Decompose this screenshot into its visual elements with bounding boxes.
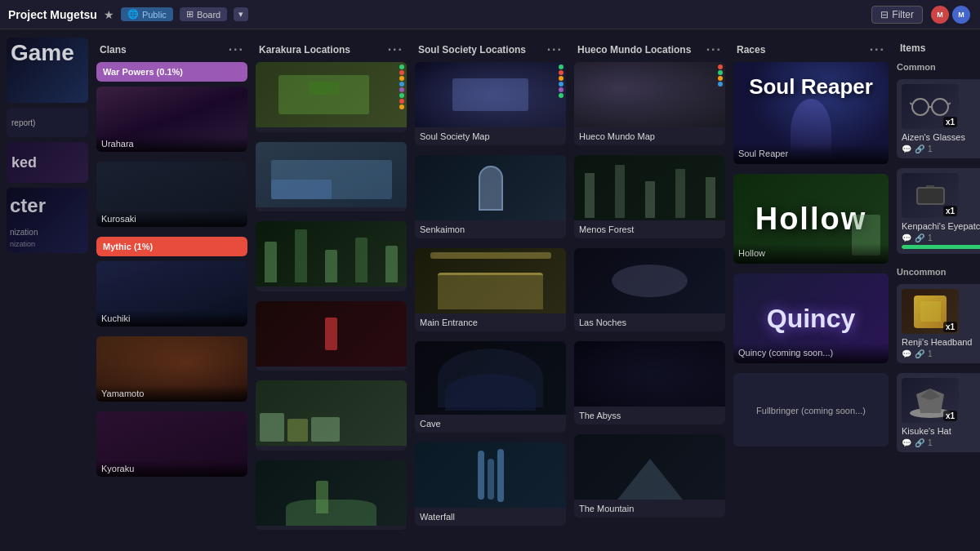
karakura-neighbourhood-card[interactable]: Karakura Neighbourhood	[256, 380, 407, 451]
the-abyss-card[interactable]: The Abyss	[574, 341, 725, 424]
aizens-glasses-meta: 💬 🔗 1	[902, 144, 980, 153]
karakura-neighbourhood-label: Karakura Neighbourhood	[256, 446, 407, 451]
soul-society-map-label: Soul Society Map	[415, 127, 566, 145]
kisukes-hat-name: Kisuke's Hat	[902, 426, 980, 436]
races-column: Races ··· Soul Reaper Soul Reaper Hol	[733, 38, 889, 543]
karakura-cards: Karakura Map Urahara Shop	[256, 62, 407, 543]
clans-menu[interactable]: ···	[229, 42, 244, 57]
board-badge[interactable]: ⊞ Board	[180, 7, 227, 21]
customization-label: nization	[10, 240, 35, 248]
topnav: Project Mugetsu ★ 🌐 Public ⊞ Board ▾ ⊟ F…	[0, 0, 980, 29]
kenpachis-eyepatch-card[interactable]: x1 Kenpachi's Eyepatch 💬 🔗 1	[897, 168, 980, 254]
hueco-mundo-menu[interactable]: ···	[706, 42, 722, 57]
glasses-icon	[910, 95, 951, 119]
hollow-forest-label: Hollow Forest	[256, 287, 407, 291]
board-area: Game report) ked cter nization nization …	[0, 29, 980, 551]
kisukes-hat-meta: 💬 🔗 1	[902, 438, 980, 447]
side-item-ranked[interactable]: ked	[7, 142, 88, 183]
hollow-forest-card[interactable]: Hollow Forest	[256, 221, 407, 291]
hat-count: x1	[943, 411, 957, 421]
karakura-column: Karakura Locations ···	[256, 38, 407, 543]
avatar-group: M M	[929, 4, 972, 25]
quincy-card[interactable]: Quincy Quincy (coming soon...)	[733, 273, 889, 363]
the-mountain-card[interactable]: The Mountain	[574, 434, 725, 518]
races-menu[interactable]: ···	[870, 42, 885, 57]
side-item-character[interactable]: cter nization nization	[7, 188, 88, 253]
svg-point-1	[932, 99, 948, 115]
svg-line-3	[910, 103, 912, 104]
public-badge[interactable]: 🌐 Public	[121, 7, 173, 21]
karakura-map-label: Karakura Map	[256, 127, 407, 132]
items-cards: Common x1	[897, 59, 980, 465]
las-noches-label: Las Noches	[574, 313, 725, 331]
races-header: Races ···	[733, 38, 889, 62]
main-entrance-label: Main Entrance	[415, 313, 566, 331]
cave-label: Cave	[415, 415, 566, 433]
senkaimon-label: Senkaimon	[415, 220, 566, 238]
aizens-glasses-card[interactable]: x1 Aizen's Glasses 💬 🔗 1	[897, 79, 980, 158]
fullbringer-card[interactable]: Fullbringer (coming soon...)	[733, 373, 889, 447]
hueco-mundo-map-card[interactable]: Hueco Mundo Map	[574, 62, 725, 145]
kyoraku-card[interactable]: Kyoraku	[96, 411, 247, 477]
kenpachis-eyepatch-meta: 💬 🔗 1	[902, 233, 980, 242]
filter-button[interactable]: ⊟ Filter	[871, 6, 923, 24]
urahara-name: Urahara	[96, 136, 247, 152]
glasses-count: x1	[943, 117, 957, 127]
karakura-menu[interactable]: ···	[388, 42, 403, 57]
waterfall-card[interactable]: Waterfall	[415, 442, 566, 526]
urahara-shop-card[interactable]: Urahara Shop	[256, 142, 407, 212]
uncommon-section-header: Uncommon	[897, 264, 980, 279]
kenpachis-eyepatch-name: Kenpachi's Eyepatch	[902, 221, 980, 231]
las-noches-card[interactable]: Las Noches	[574, 248, 725, 331]
eyepatch-count: x1	[943, 206, 957, 216]
fullbringer-label: Fullbringer (coming soon...)	[756, 406, 866, 415]
filter-icon: ⊟	[880, 9, 889, 20]
soul-society-menu[interactable]: ···	[547, 42, 563, 57]
menos-cave-label: Menos Cave	[256, 367, 407, 371]
soul-society-map-card[interactable]: Soul Society Map	[415, 62, 566, 145]
menos-cave-card[interactable]: Menos Cave	[256, 301, 407, 371]
character-sublabel: nization	[10, 228, 38, 237]
clans-header: Clans ···	[96, 38, 247, 62]
menos-forest-card[interactable]: Menos Forest	[574, 155, 725, 238]
common-section-header: Common	[897, 59, 980, 74]
yamamoto-card[interactable]: Yamamoto	[96, 336, 247, 402]
side-item-report[interactable]: report)	[7, 108, 88, 137]
star-icon[interactable]: ★	[104, 8, 114, 21]
renjis-headband-meta: 💬 🔗 1	[902, 349, 980, 358]
kurosaki-card[interactable]: Kurosaki	[96, 162, 247, 227]
svg-point-0	[912, 99, 929, 115]
kuchiki-name: Kuchiki	[96, 310, 247, 327]
renjis-headband-name: Renji's Headband	[902, 337, 980, 347]
soul-society-column: Soul Society Locations ···	[415, 38, 566, 543]
mythic-tag[interactable]: Mythic (1%)	[96, 237, 247, 256]
quincy-label: Quincy (coming soon...)	[738, 348, 833, 358]
soul-reaper-card[interactable]: Soul Reaper Soul Reaper	[733, 62, 889, 164]
soul-society-cards: Soul Society Map Senkaimon	[415, 62, 566, 539]
hueco-mundo-cards: Hueco Mundo Map Menos Forest	[574, 62, 725, 531]
clans-cards: War Powers (0.1%) Urahara Kurosaki Mythi…	[96, 62, 247, 490]
hollow-label: Hollow	[738, 248, 765, 258]
renjis-headband-card[interactable]: x1 Renji's Headband 💬 🔗 1	[897, 284, 980, 363]
karakura-island-label: Karakura Island	[256, 526, 407, 531]
kisukes-hat-card[interactable]: x1 Kisuke's Hat 💬 🔗 1	[897, 373, 980, 452]
war-powers-tag[interactable]: War Powers (0.1%)	[96, 62, 247, 82]
karakura-island-card[interactable]: Karakura Island	[256, 460, 407, 531]
dropdown-chevron[interactable]: ▾	[234, 7, 248, 21]
kuchiki-card[interactable]: Kuchiki	[96, 261, 247, 327]
hollow-card[interactable]: Hollow Hollow	[733, 174, 889, 264]
avatar-1[interactable]: M	[929, 4, 951, 25]
headband-count: x1	[943, 322, 957, 332]
the-abyss-label: The Abyss	[574, 407, 725, 424]
senkaimon-card[interactable]: Senkaimon	[415, 155, 566, 238]
menos-forest-label: Menos Forest	[574, 220, 725, 238]
svg-line-4	[948, 103, 951, 104]
hollow-title: Hollow	[755, 202, 867, 237]
report-label: report)	[11, 118, 35, 127]
cave-card[interactable]: Cave	[415, 341, 566, 433]
urahara-card[interactable]: Urahara	[96, 87, 247, 152]
avatar-2[interactable]: M	[951, 4, 972, 25]
karakura-map-card[interactable]: Karakura Map	[256, 62, 407, 132]
side-item-game[interactable]: Game	[7, 38, 88, 103]
main-entrance-card[interactable]: Main Entrance	[415, 248, 566, 331]
